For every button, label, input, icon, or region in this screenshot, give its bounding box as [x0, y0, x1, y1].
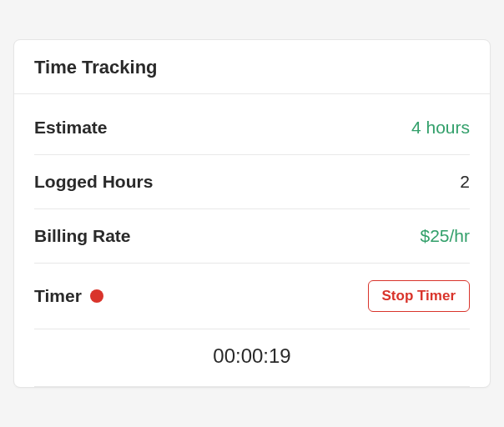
estimate-value: 4 hours [411, 118, 470, 138]
billing-rate-value: $25/hr [420, 226, 470, 246]
billing-rate-label: Billing Rate [34, 226, 131, 246]
estimate-label: Estimate [34, 118, 108, 138]
logged-hours-label: Logged Hours [34, 172, 153, 192]
timer-display: 00:00:19 [34, 329, 470, 387]
timer-row: Timer Stop Timer [34, 264, 470, 329]
logged-hours-value: 2 [460, 172, 470, 192]
billing-rate-row: Billing Rate $25/hr [34, 209, 470, 264]
stop-timer-button[interactable]: Stop Timer [368, 280, 470, 312]
logged-hours-row: Logged Hours 2 [34, 155, 470, 209]
time-tracking-card: Time Tracking Estimate 4 hours Logged Ho… [13, 39, 491, 388]
card-body: Estimate 4 hours Logged Hours 2 Billing … [14, 94, 490, 387]
timer-label-wrap: Timer [34, 286, 103, 306]
recording-dot-icon [90, 289, 103, 303]
card-header: Time Tracking [14, 40, 490, 94]
timer-label: Timer [34, 286, 82, 306]
card-title: Time Tracking [34, 57, 470, 78]
estimate-row: Estimate 4 hours [34, 101, 470, 155]
